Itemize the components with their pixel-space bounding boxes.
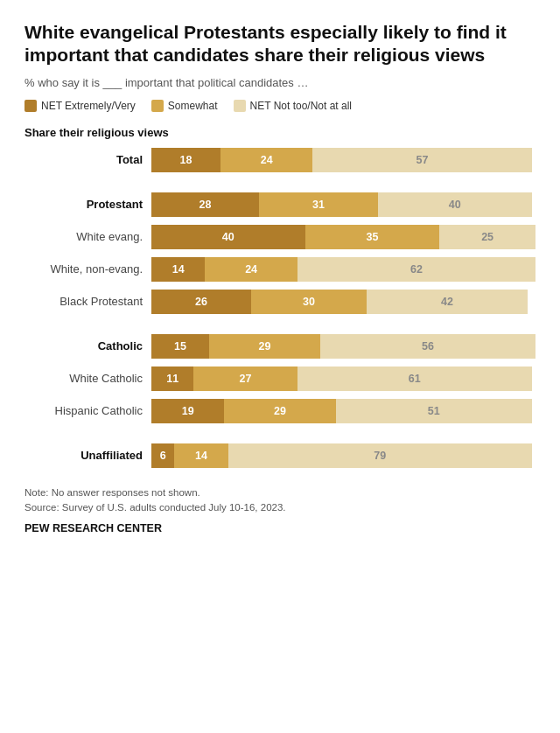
bar-segment: 31: [259, 192, 378, 217]
bar-container: 192951: [151, 397, 536, 425]
bar-segment: 56: [320, 334, 536, 359]
bar-track: 263042: [151, 290, 536, 314]
bar-row: White evang.403525: [24, 223, 536, 251]
bar-track: 152956: [151, 334, 536, 359]
bar-segment: 40: [151, 225, 305, 249]
bar-container: 152956: [151, 332, 536, 360]
row-label: Hispanic Catholic: [24, 404, 151, 418]
bar-container: 403525: [151, 223, 536, 251]
bar-segment: 30: [251, 290, 367, 314]
bar-segment: 35: [305, 225, 440, 249]
legend-label: Somewhat: [168, 100, 218, 112]
row-label: Catholic: [24, 339, 151, 353]
chart-area: Total182457Protestant283140White evang.4…: [24, 146, 536, 470]
bar-segment: 27: [193, 366, 298, 391]
bar-track: 283140: [151, 192, 536, 217]
note-area: Note: No answer responses not shown. Sou…: [24, 485, 536, 537]
chart-source: Source: Survey of U.S. adults conducted …: [24, 500, 536, 515]
bar-segment: 29: [209, 334, 320, 359]
bar-track: 142462: [151, 257, 536, 282]
bar-segment: 18: [151, 148, 220, 172]
bar-segment: 79: [228, 443, 532, 468]
bar-segment: 11: [151, 366, 193, 391]
bar-segment: 61: [298, 366, 532, 391]
bar-row: Catholic152956: [24, 332, 536, 360]
bar-segment: 19: [151, 399, 224, 423]
bar-segment: 62: [298, 257, 536, 282]
bar-track: 182457: [151, 148, 536, 172]
bar-segment: 26: [151, 290, 251, 314]
bar-row: Protestant283140: [24, 191, 536, 219]
row-label: Total: [24, 153, 151, 167]
legend-swatch: [151, 100, 164, 112]
bar-segment: 15: [151, 334, 209, 359]
bar-segment: 42: [367, 290, 528, 314]
row-label: White, non-evang.: [24, 262, 151, 276]
bar-container: 283140: [151, 191, 536, 219]
bar-segment: 24: [220, 148, 312, 172]
legend-swatch: [24, 100, 37, 112]
bar-track: 192951: [151, 399, 536, 423]
legend-item: Somewhat: [151, 100, 218, 112]
bar-row: White, non-evang.142462: [24, 255, 536, 283]
bar-segment: 40: [378, 192, 532, 217]
row-label: White Catholic: [24, 372, 151, 386]
bar-container: 263042: [151, 288, 536, 316]
bar-track: 61479: [151, 443, 536, 468]
bar-row: Black Protestant263042: [24, 288, 536, 316]
row-label: Black Protestant: [24, 295, 151, 309]
chart-title: White evangelical Protestants especially…: [24, 21, 536, 67]
bar-row: Total182457: [24, 146, 536, 174]
bar-segment: 51: [336, 399, 532, 423]
bar-segment: 6: [151, 443, 174, 468]
legend-item: NET Extremely/Very: [24, 100, 136, 112]
bar-container: 112761: [151, 365, 536, 393]
bar-row: White Catholic112761: [24, 365, 536, 393]
bar-row: Hispanic Catholic192951: [24, 397, 536, 425]
legend: NET Extremely/VerySomewhatNET Not too/No…: [24, 100, 536, 112]
bar-row: Unaffiliated61479: [24, 442, 536, 470]
chart-subtitle: % who say it is ___ important that polit…: [24, 76, 536, 89]
bar-segment: 14: [151, 257, 205, 282]
bar-container: 182457: [151, 146, 536, 174]
section-label: Share their religious views: [24, 126, 536, 139]
row-label: Protestant: [24, 198, 151, 212]
legend-item: NET Not too/Not at all: [234, 100, 353, 112]
bar-track: 403525: [151, 225, 536, 249]
row-label: Unaffiliated: [24, 449, 151, 463]
bar-segment: 14: [174, 443, 228, 468]
bar-segment: 24: [205, 257, 297, 282]
bar-segment: 29: [224, 399, 335, 423]
bar-track: 112761: [151, 366, 536, 391]
bar-container: 142462: [151, 255, 536, 283]
row-label: White evang.: [24, 230, 151, 244]
legend-label: NET Not too/Not at all: [250, 100, 353, 112]
chart-note: Note: No answer responses not shown.: [24, 485, 536, 500]
legend-label: NET Extremely/Very: [41, 100, 136, 112]
bar-container: 61479: [151, 442, 536, 470]
bar-segment: 28: [151, 192, 259, 217]
legend-swatch: [234, 100, 246, 112]
bar-segment: 25: [439, 225, 536, 249]
chart-attribution: PEW RESEARCH CENTER: [24, 520, 536, 537]
bar-segment: 57: [312, 148, 531, 172]
